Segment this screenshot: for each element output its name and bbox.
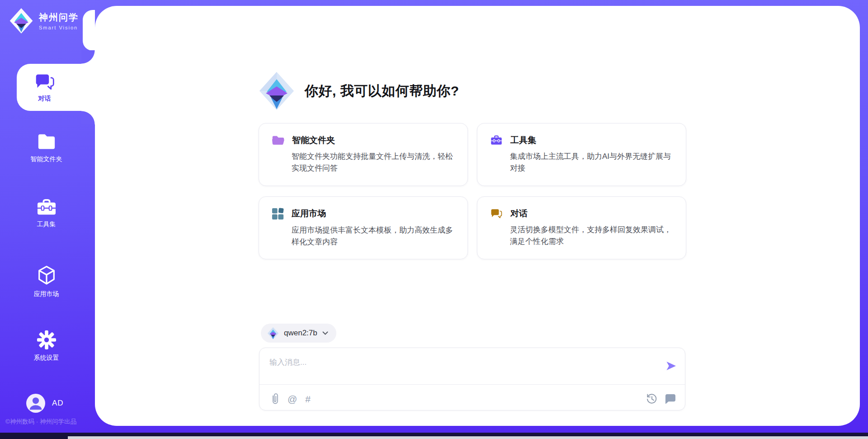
card-description: 集成市场上主流工具，助力AI与外界无缝扩展与对接 xyxy=(510,151,677,175)
brand-gem-icon xyxy=(9,8,33,33)
card-title: 工具集 xyxy=(510,134,536,146)
sidebar-footer: ©神州数码 · 神州问学出品 xyxy=(5,418,76,426)
model-name: qwen2:7b xyxy=(284,329,317,338)
sidebar-item-chat[interactable]: 对话 xyxy=(17,64,95,111)
message-composer: @ # xyxy=(259,348,685,410)
topic-icon[interactable]: # xyxy=(305,394,311,405)
card-description: 灵活切换多模型文件，支持多样回复效果调试，满足个性化需求 xyxy=(510,224,677,248)
grid-icon xyxy=(272,208,284,220)
sidebar-item-label: 对话 xyxy=(38,95,51,103)
sidebar-item-settings[interactable]: 系统设置 xyxy=(0,330,93,362)
feedback-icon[interactable] xyxy=(665,393,676,404)
avatar xyxy=(26,394,45,413)
send-icon[interactable] xyxy=(665,361,677,371)
feature-cards: 智能文件夹 智能文件夹功能支持批量文件上传与清洗，轻松实现文件问答 工具集 集成… xyxy=(259,123,686,259)
card-description: 智能文件夹功能支持批量文件上传与清洗，轻松实现文件问答 xyxy=(292,151,458,175)
horizontal-scrollbar[interactable] xyxy=(68,436,868,439)
toolbox-icon xyxy=(36,198,57,216)
card-title: 智能文件夹 xyxy=(292,134,335,146)
card-smart-folder[interactable]: 智能文件夹 智能文件夹功能支持批量文件上传与清洗，轻松实现文件问答 xyxy=(259,123,468,186)
brand-logo: 神州问学 Smart Vision xyxy=(9,8,79,33)
history-icon[interactable] xyxy=(646,392,658,405)
card-toolset[interactable]: 工具集 集成市场上主流工具，助力AI与外界无缝扩展与对接 xyxy=(477,123,686,186)
toolbox-icon xyxy=(490,135,503,146)
card-description: 应用市场提供丰富长文本模板，助力高效生成多样化文章内容 xyxy=(292,224,458,248)
sidebar-item-label: 工具集 xyxy=(37,220,56,229)
message-input[interactable] xyxy=(269,354,658,371)
assistant-gem-icon xyxy=(259,72,295,110)
attach-icon[interactable] xyxy=(270,392,279,406)
active-tab-flare-bottom xyxy=(81,111,95,124)
card-app-market[interactable]: 应用市场 应用市场提供丰富长文本模板，助力高效生成多样化文章内容 xyxy=(259,196,468,260)
brand-subtitle: Smart Vision xyxy=(39,25,79,30)
sidebar-item-label: 应用市场 xyxy=(34,290,59,298)
window-bottom-edge-left xyxy=(0,433,68,439)
user-initials: AD xyxy=(52,399,64,408)
card-title: 对话 xyxy=(510,208,528,220)
card-chat[interactable]: 对话 灵活切换多模型文件，支持多样回复效果调试，满足个性化需求 xyxy=(477,196,686,260)
sidebar-item-toolset[interactable]: 工具集 xyxy=(0,198,93,229)
sidebar-item-label: 系统设置 xyxy=(34,354,59,362)
folder-icon xyxy=(272,134,284,146)
chat-icon xyxy=(34,72,55,91)
brand-name: 神州问学 xyxy=(39,11,79,24)
model-logo-icon xyxy=(267,327,279,339)
mention-icon[interactable]: @ xyxy=(288,394,297,405)
sidebar-item-app-market[interactable]: 应用市场 xyxy=(0,264,93,298)
greeting-title: 你好, 我可以如何帮助你? xyxy=(305,82,459,100)
user-account[interactable]: AD xyxy=(26,394,64,413)
composer-divider xyxy=(259,384,685,385)
greeting: 你好, 我可以如何帮助你? xyxy=(259,72,459,110)
sidebar-item-label: 智能文件夹 xyxy=(31,155,62,163)
main-panel: 你好, 我可以如何帮助你? 智能文件夹 智能文件夹功能支持批量文件上传与清洗，轻… xyxy=(95,6,860,426)
gear-icon xyxy=(37,330,57,350)
panel-top-curve xyxy=(83,10,95,51)
folder-icon xyxy=(36,132,57,151)
card-title: 应用市场 xyxy=(292,208,326,220)
model-selector[interactable]: qwen2:7b xyxy=(261,324,336,343)
chevron-down-icon xyxy=(322,331,328,335)
active-tab-flare-top xyxy=(81,50,95,64)
cube-icon xyxy=(36,264,57,286)
chat-icon xyxy=(490,208,503,219)
sidebar-item-smart-folder[interactable]: 智能文件夹 xyxy=(0,132,93,163)
window-bottom-edge xyxy=(0,433,868,436)
